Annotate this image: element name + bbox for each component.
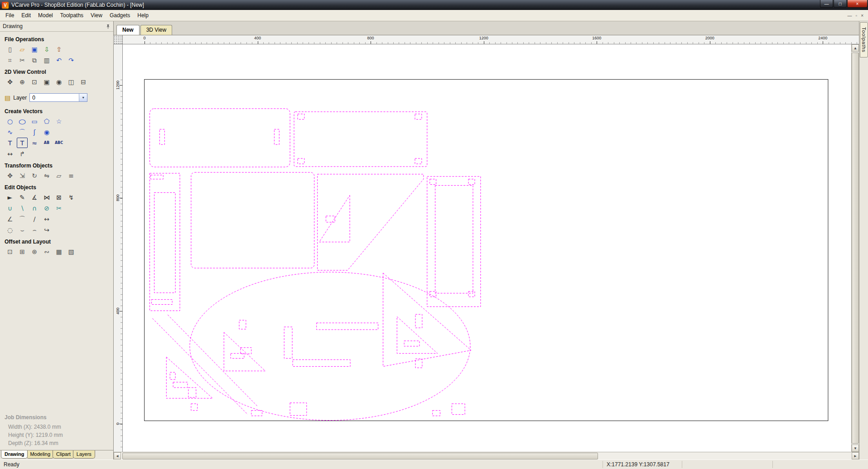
zoom-drawing-icon[interactable]: ▣ (41, 77, 52, 87)
convert-text-to-curves-icon[interactable]: ABC (53, 138, 64, 148)
stretch-vectors-icon[interactable]: ⌣ (17, 225, 28, 235)
vector-shape-12[interactable] (191, 172, 314, 268)
import-vectors-icon[interactable]: ⇩ (41, 44, 52, 54)
doc-tab-3d-view[interactable]: 3D View (140, 25, 172, 35)
close-vector-icon[interactable]: ⊠ (53, 192, 64, 202)
horizontal-scroll-thumb[interactable] (122, 453, 598, 459)
toolbar-restore-icon[interactable]: ▫ (856, 13, 858, 18)
vector-shape-30[interactable] (166, 357, 212, 398)
vector-shape-10[interactable] (151, 175, 164, 179)
vector-shape-45[interactable] (452, 404, 465, 415)
chevron-down-icon[interactable]: ▼ (79, 94, 87, 101)
zoom-interactive-icon[interactable]: ⊕ (17, 77, 28, 87)
tab-layers[interactable]: Layers (73, 450, 95, 459)
vector-shape-34[interactable] (231, 354, 244, 359)
weld-vectors-icon[interactable]: ∪ (5, 203, 15, 213)
vector-shape-43[interactable] (251, 411, 262, 416)
vector-shape-35[interactable] (317, 323, 378, 330)
rotate-objects-icon[interactable]: ↻ (29, 170, 40, 181)
vector-shape-19[interactable] (468, 179, 475, 185)
export-vectors-icon[interactable]: ⇧ (53, 44, 64, 54)
vector-shape-31[interactable] (173, 382, 188, 388)
arc-fit-icon[interactable]: ⌒ (17, 214, 28, 224)
vector-shape-41[interactable] (239, 320, 246, 329)
vector-shape-9[interactable] (154, 192, 175, 292)
draw-ellipse-icon[interactable]: ○ (15, 116, 29, 126)
vertical-scroll-thumb[interactable] (852, 53, 859, 444)
tab-drawing[interactable]: Drawing (1, 450, 28, 459)
save-file-icon[interactable]: ▣ (29, 44, 40, 54)
scroll-down-icon[interactable]: ▼ (852, 445, 859, 452)
vector-shape-36[interactable] (293, 360, 350, 367)
vector-shape-24[interactable] (397, 316, 437, 353)
menu-toolpaths[interactable]: Toolpaths (57, 11, 87, 20)
move-objects-icon[interactable]: ✥ (5, 170, 15, 181)
align-objects-icon[interactable]: ≡ (66, 170, 77, 181)
draw-arc-icon[interactable]: ⌒ (17, 127, 28, 137)
vector-shape-18[interactable] (430, 179, 436, 185)
vector-shape-44[interactable] (433, 411, 440, 416)
vector-shape-17[interactable] (435, 186, 473, 293)
intersect-vectors-icon[interactable]: ∩ (29, 203, 40, 213)
toolbar-close-icon[interactable]: × (861, 13, 863, 18)
horizontal-scroll-track[interactable] (121, 452, 852, 459)
fillet-tool-icon[interactable]: ∠ (5, 214, 15, 224)
draw-gear-icon[interactable]: ◉ (41, 127, 52, 137)
vector-shape-23[interactable] (383, 273, 471, 366)
menu-edit[interactable]: Edit (18, 11, 34, 20)
tile-windows-vertical-icon[interactable]: ⊟ (78, 77, 89, 87)
vector-boundary-icon[interactable]: ◌ (5, 225, 15, 235)
vector-shape-14[interactable] (319, 195, 350, 242)
node-editing-icon[interactable]: ✎ (17, 192, 28, 202)
offset-vectors-icon[interactable]: ⊡ (5, 246, 15, 257)
menu-view[interactable]: View (87, 11, 106, 20)
vector-shape-29[interactable] (168, 315, 257, 406)
menu-help[interactable]: Help (134, 11, 152, 20)
vector-drawing[interactable] (123, 44, 851, 452)
vector-shape-42[interactable] (241, 348, 251, 354)
menu-model[interactable]: Model (34, 11, 57, 20)
nest-parts-icon[interactable]: ▦ (53, 246, 64, 257)
draw-circle-icon[interactable]: ○ (5, 116, 15, 126)
minimize-button[interactable]: — (820, 0, 833, 8)
menu-gadgets[interactable]: Gadgets (106, 11, 134, 20)
tab-modeling[interactable]: Modeling (26, 450, 54, 459)
tile-windows-horizontal-icon[interactable]: ◫ (66, 77, 77, 87)
draw-polygon-icon[interactable]: ⬠ (41, 116, 52, 126)
zoom-window-icon[interactable]: ⊡ (29, 77, 40, 87)
vector-shape-21[interactable] (468, 292, 475, 297)
draw-curve-icon[interactable]: ʃ (29, 127, 40, 137)
vector-shape-0[interactable] (150, 109, 290, 167)
vector-shape-15[interactable] (326, 216, 335, 222)
vector-shape-39[interactable] (188, 388, 196, 397)
copy-icon[interactable]: ⧉ (29, 55, 40, 65)
draw-star-icon[interactable]: ☆ (53, 116, 64, 126)
maximize-button[interactable]: □ (834, 0, 847, 8)
vector-shape-27[interactable] (404, 341, 420, 346)
job-setup-icon[interactable]: ⌗ (5, 55, 15, 65)
layout-sheets-icon[interactable]: ▧ (66, 246, 77, 257)
array-copy-icon[interactable]: ⊞ (17, 246, 28, 257)
pan-view-icon[interactable]: ✥ (5, 77, 15, 87)
vector-shape-22[interactable] (190, 272, 470, 420)
vector-shape-5[interactable] (415, 114, 422, 120)
vector-shape-1[interactable] (159, 129, 164, 145)
measure-tool-icon[interactable]: ∡ (29, 192, 40, 202)
close-button[interactable]: × (847, 0, 868, 8)
doc-tab-new[interactable]: New (116, 25, 140, 35)
vector-shape-6[interactable] (298, 158, 304, 164)
tab-clipart[interactable]: Clipart (53, 450, 74, 459)
scroll-right-icon[interactable]: ► (852, 452, 859, 459)
vector-shape-2[interactable] (274, 129, 279, 145)
draw-leader-icon[interactable]: ↱ (17, 148, 28, 159)
subtract-vectors-icon[interactable]: ∖ (17, 203, 28, 213)
copy-along-vector-icon[interactable]: ∾ (41, 246, 52, 257)
set-size-icon[interactable]: ⇲ (17, 170, 28, 181)
vector-shape-7[interactable] (415, 158, 422, 164)
vector-shape-4[interactable] (298, 114, 304, 120)
redo-icon[interactable]: ↷ (66, 55, 77, 65)
undo-icon[interactable]: ↶ (53, 55, 64, 65)
letter-spacing-icon[interactable]: AB (41, 138, 52, 148)
cut-icon[interactable]: ✂ (17, 55, 28, 65)
distort-objects-icon[interactable]: ▱ (53, 170, 64, 181)
